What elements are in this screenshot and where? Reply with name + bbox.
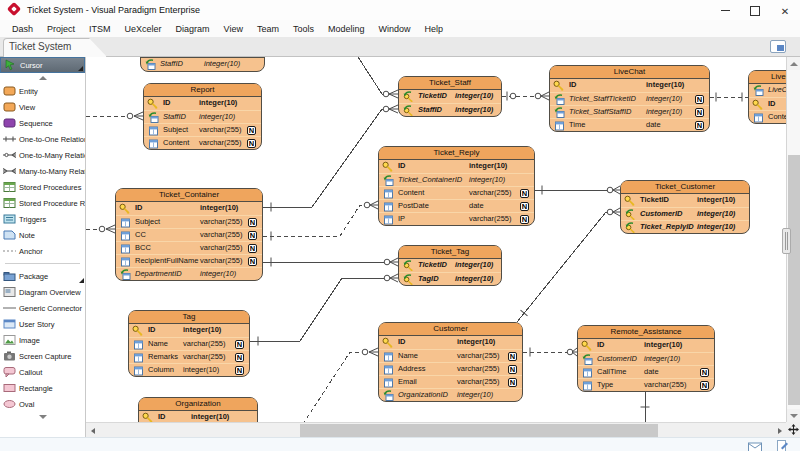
relationship-line-c11[interactable] bbox=[250, 278, 386, 341]
entity-column-row[interactable]: Columninteger(10)N bbox=[129, 363, 249, 376]
palette-item-user-story[interactable]: User Story bbox=[0, 316, 85, 332]
entity-column-row[interactable]: TagIDinteger(10) bbox=[399, 272, 501, 285]
entity-column-row[interactable]: Contentvarchar(255)N bbox=[379, 186, 534, 199]
palette-item-anchor[interactable]: Anchor bbox=[0, 243, 85, 259]
scroll-up-arrow[interactable] bbox=[787, 57, 800, 70]
menu-item-tools[interactable]: Tools bbox=[286, 24, 321, 34]
panel-splitter-grip[interactable] bbox=[782, 228, 791, 254]
entity-column-row[interactable]: RecipientFullNamevarchar(255)N bbox=[116, 254, 262, 267]
entity-remote_assistance[interactable]: Remote_AssistanceIDinteger(10)CustomerID… bbox=[577, 325, 715, 392]
entity-column-row[interactable]: DepartmentIDinteger(10) bbox=[116, 267, 262, 280]
menu-item-itsm[interactable]: ITSM bbox=[82, 24, 118, 34]
palette-item-image[interactable]: Image bbox=[0, 332, 85, 348]
entity-column-row[interactable]: Ticket_ReplyIDinteger(10) bbox=[621, 220, 749, 233]
edit-page-icon[interactable] bbox=[777, 439, 788, 451]
menu-item-view[interactable]: View bbox=[217, 24, 250, 34]
menu-item-project[interactable]: Project bbox=[40, 24, 82, 34]
entity-column-row[interactable]: Ticket_ContainerIDinteger(10) bbox=[379, 173, 534, 186]
entity-organization[interactable]: OrganizationIDinteger(10)Namevarchar(255… bbox=[138, 397, 258, 422]
relationship-line-c3[interactable] bbox=[358, 57, 387, 94]
entity-column-row[interactable]: Addressvarchar(255)N bbox=[379, 362, 522, 375]
entity-column-row[interactable]: Contentvarchar(255) bbox=[749, 110, 786, 123]
entity-column-row[interactable]: IDinteger(10) bbox=[129, 324, 249, 337]
entity-column-row[interactable]: IDinteger(10) bbox=[379, 336, 522, 349]
entity-column-row[interactable]: CallTimedateN bbox=[578, 365, 714, 378]
pan-tool-corner[interactable] bbox=[786, 422, 800, 437]
scroll-left-arrow[interactable] bbox=[86, 423, 99, 438]
palette-item-entity[interactable]: Entity bbox=[0, 83, 85, 99]
entity-column-row[interactable]: Ticket_StaffTicketIDinteger(10)N bbox=[550, 92, 709, 105]
menu-item-uexceler[interactable]: UeXceler bbox=[118, 24, 169, 34]
entity-column-row[interactable]: IDinteger(10) bbox=[550, 79, 709, 92]
relationship-line-c8[interactable] bbox=[517, 212, 612, 322]
entity-column-row[interactable]: PostDatedateN bbox=[379, 199, 534, 212]
palette-item-stored-procedure-resultset[interactable]: Stored Procedure Resultset bbox=[0, 195, 85, 211]
entity-column-row[interactable]: IDinteger(10) bbox=[116, 202, 262, 215]
entity-column-row[interactable]: Typevarchar(255)N bbox=[578, 378, 714, 391]
palette-item-diagram-overview[interactable]: Diagram Overview bbox=[0, 284, 85, 300]
panel-toggle-icon[interactable] bbox=[770, 40, 786, 53]
entity-column-row[interactable]: IDinteger(10) bbox=[749, 97, 786, 110]
entity-column-row[interactable]: TicketIDinteger(10) bbox=[399, 259, 501, 272]
palette-item-cursor[interactable]: Cursor bbox=[0, 57, 85, 73]
palette-item-view[interactable]: View bbox=[0, 99, 85, 115]
entity-column-row[interactable]: IDinteger(10) bbox=[139, 411, 257, 422]
menu-item-help[interactable]: Help bbox=[418, 24, 451, 34]
relationship-line-c4[interactable] bbox=[263, 109, 387, 207]
palette-item-note[interactable]: Note bbox=[0, 227, 85, 243]
entity-column-row[interactable]: BCCvarchar(255)N bbox=[116, 241, 262, 254]
entity-column-row[interactable]: TicketIDinteger(10) bbox=[621, 194, 749, 207]
entity-column-row[interactable]: Contentvarchar(255)N bbox=[144, 136, 261, 149]
menu-item-team[interactable]: Team bbox=[250, 24, 286, 34]
entity-ticket_staff[interactable]: Ticket_StaffTicketIDinteger(10)StaffIDin… bbox=[398, 76, 502, 117]
entity-customer[interactable]: CustomerIDinteger(10)Namevarchar(255)NAd… bbox=[378, 322, 523, 402]
palette-item-oval[interactable]: Oval bbox=[0, 396, 85, 412]
entity-column-row[interactable]: Ticket_StaffStaffIDinteger(10)N bbox=[550, 105, 709, 118]
entity-column-row[interactable]: StaffIDinteger(10) bbox=[399, 103, 501, 116]
entity-column-row[interactable]: IDinteger(10) bbox=[379, 160, 534, 173]
entity-column-row[interactable]: Remarksvarchar(255)N bbox=[129, 350, 249, 363]
horizontal-scroll-thumb[interactable] bbox=[300, 424, 658, 437]
entity-column-row[interactable]: Subjectvarchar(255)N bbox=[116, 215, 262, 228]
entity-column-row[interactable]: TicketIDinteger(10) bbox=[399, 90, 501, 103]
palette-item-triggers[interactable]: Triggers bbox=[0, 211, 85, 227]
entity-column-row[interactable]: Namevarchar(255)N bbox=[379, 349, 522, 362]
diagram-canvas[interactable]: StaffIDinteger(10)ReportIDinteger(10)Sta… bbox=[86, 57, 786, 422]
entity-column-row[interactable]: Subjectvarchar(255)N bbox=[144, 123, 261, 136]
palette-item-screen-capture[interactable]: Screen Capture bbox=[0, 348, 85, 364]
entity-column-row[interactable]: CCvarchar(255)N bbox=[116, 228, 262, 241]
menu-item-window[interactable]: Window bbox=[371, 24, 417, 34]
palette-scroll-up[interactable] bbox=[0, 73, 85, 83]
palette-item-stored-procedures[interactable]: Stored Procedures bbox=[0, 179, 85, 195]
palette-item-sequence[interactable]: Sequence bbox=[0, 115, 85, 131]
menu-item-dash[interactable]: Dash bbox=[5, 24, 40, 34]
menu-item-modeling[interactable]: Modeling bbox=[321, 24, 372, 34]
entity-column-row[interactable]: StaffIDinteger(10) bbox=[144, 110, 261, 123]
scroll-down-arrow[interactable] bbox=[787, 409, 800, 422]
entity-column-row[interactable]: IDinteger(10) bbox=[144, 97, 261, 110]
entity-column-row[interactable]: CustomerIDinteger(10) bbox=[578, 352, 714, 365]
entity-ticket_container[interactable]: Ticket_ContainerIDinteger(10)Subjectvarc… bbox=[115, 188, 263, 281]
minimize-button[interactable] bbox=[710, 0, 740, 20]
palette-scroll-down[interactable] bbox=[0, 412, 85, 422]
entity-livechat_right[interactable]: LiveChatLiveChatIDinteger(10)IDinteger(1… bbox=[748, 70, 786, 124]
palette-item-rectangle[interactable]: Rectangle bbox=[0, 380, 85, 396]
palette-item-callout[interactable]: Callout bbox=[0, 364, 85, 380]
horizontal-scrollbar[interactable] bbox=[86, 422, 786, 437]
entity-column-row[interactable]: IPvarchar(255)N bbox=[379, 212, 534, 225]
entity-column-row[interactable]: StaffIDinteger(10) bbox=[141, 58, 264, 71]
entity-ticket_customer[interactable]: Ticket_CustomerTicketIDinteger(10)Custom… bbox=[620, 180, 750, 234]
entity-column-row[interactable]: CustomerIDinteger(10) bbox=[621, 207, 749, 220]
menu-item-diagram[interactable]: Diagram bbox=[169, 24, 217, 34]
relationship-line-c9[interactable] bbox=[263, 205, 368, 236]
palette-item-many-to-many-relationship[interactable]: Many-to-Many Relationship bbox=[0, 163, 85, 179]
maximize-button[interactable] bbox=[740, 0, 770, 20]
palette-item-one-to-many-relationship[interactable]: One-to-Many Relationship bbox=[0, 147, 85, 163]
entity-column-row[interactable]: OrganizationIDinteger(10) bbox=[379, 388, 522, 401]
close-button[interactable] bbox=[770, 0, 800, 20]
palette-item-one-to-one-relationship[interactable]: One-to-One Relationship bbox=[0, 131, 85, 147]
entity-ticket_tag[interactable]: Ticket_TagTicketIDinteger(10)TagIDintege… bbox=[398, 245, 502, 286]
relationship-line-c12[interactable] bbox=[303, 352, 364, 422]
entity-staff_partial[interactable]: StaffIDinteger(10) bbox=[140, 57, 265, 72]
entity-column-row[interactable]: TimedateN bbox=[550, 118, 709, 131]
